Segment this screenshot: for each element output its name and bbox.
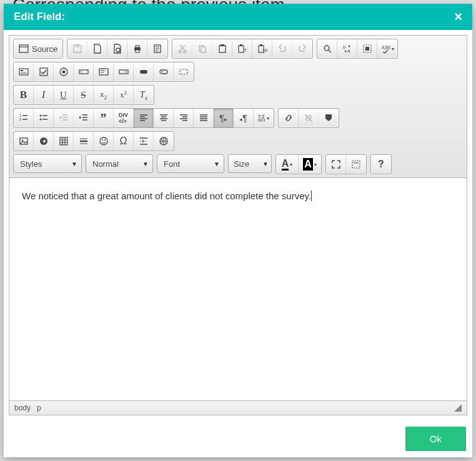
- new-page-button[interactable]: [87, 39, 107, 58]
- page-break-button[interactable]: [134, 132, 154, 151]
- about-button[interactable]: ?: [371, 155, 391, 174]
- print-button[interactable]: [127, 39, 147, 58]
- checkbox-icon: [39, 67, 49, 77]
- numbered-list-button[interactable]: 12: [14, 109, 34, 127]
- resize-handle[interactable]: [454, 404, 462, 412]
- content-text: We noticed that a great amount of client…: [22, 191, 311, 201]
- paste-button[interactable]: [212, 39, 232, 58]
- italic-icon: I: [42, 89, 46, 101]
- create-div-button[interactable]: DIV</>: [114, 109, 134, 127]
- show-blocks-button[interactable]: [346, 155, 366, 174]
- ok-button[interactable]: Ok: [405, 427, 466, 451]
- svg-rect-50: [352, 161, 360, 168]
- svg-point-41: [39, 119, 41, 121]
- format-dropdown[interactable]: Normal ▼: [86, 154, 153, 173]
- flash-button[interactable]: [34, 132, 54, 151]
- bold-button[interactable]: B: [14, 86, 34, 104]
- caret-icon: ▼: [214, 161, 220, 167]
- underline-button[interactable]: U: [54, 86, 74, 104]
- editor-content[interactable]: We noticed that a great amount of client…: [9, 178, 467, 400]
- find-button[interactable]: [317, 39, 337, 58]
- checkbox-button[interactable]: [34, 62, 54, 81]
- image-button-button[interactable]: [154, 62, 174, 81]
- svg-point-19: [324, 46, 329, 51]
- align-justify-icon: [199, 113, 209, 123]
- textfield-button[interactable]: [74, 62, 94, 81]
- templates-button[interactable]: [147, 39, 167, 58]
- font-label: Font: [164, 159, 180, 169]
- paste-word-icon: W: [257, 44, 267, 54]
- link-button[interactable]: [279, 109, 299, 127]
- redo-icon: [297, 44, 307, 54]
- spellcheck-button[interactable]: ABC▾: [377, 39, 397, 58]
- preview-button[interactable]: [107, 39, 127, 58]
- select-all-icon: [362, 44, 372, 54]
- hidden-field-button[interactable]: [174, 62, 194, 81]
- rtl-button[interactable]: ◂¶: [234, 109, 254, 127]
- remove-format-button[interactable]: Tx: [134, 86, 154, 104]
- templates-icon: [152, 44, 162, 54]
- align-center-button[interactable]: [154, 109, 174, 127]
- size-dropdown[interactable]: Size ▼: [228, 154, 272, 173]
- indent-button[interactable]: [74, 109, 94, 127]
- blockquote-button[interactable]: ”: [94, 109, 114, 127]
- svg-rect-31: [79, 70, 88, 74]
- paste-text-button[interactable]: T: [232, 39, 252, 58]
- svg-rect-17: [260, 44, 262, 46]
- hr-button[interactable]: [74, 132, 94, 151]
- replace-button[interactable]: ba: [337, 39, 357, 58]
- table-button[interactable]: [54, 132, 74, 151]
- styles-label: Styles: [20, 159, 42, 169]
- outdent-icon: [59, 113, 69, 123]
- align-justify-button[interactable]: [194, 109, 214, 127]
- paste-word-button[interactable]: W: [252, 39, 272, 58]
- svg-rect-5: [136, 50, 139, 52]
- maximize-button[interactable]: [326, 155, 346, 174]
- italic-button[interactable]: I: [34, 86, 54, 104]
- svg-rect-37: [180, 69, 187, 74]
- iframe-button[interactable]: [154, 132, 174, 151]
- button-control-button[interactable]: [134, 62, 154, 81]
- svg-text:ABC: ABC: [381, 44, 391, 51]
- subscript-button[interactable]: x2: [94, 86, 114, 104]
- bullet-list-button[interactable]: [34, 109, 54, 127]
- bold-icon: B: [20, 89, 27, 101]
- align-left-button[interactable]: [134, 109, 154, 127]
- image-button[interactable]: [14, 132, 34, 151]
- svg-rect-27: [21, 72, 27, 74]
- radio-button[interactable]: [54, 62, 74, 81]
- text-cursor: [311, 191, 312, 201]
- close-icon[interactable]: ×: [454, 10, 462, 24]
- svg-point-8: [184, 51, 186, 53]
- bg-color-button[interactable]: A▾: [299, 155, 321, 174]
- format-label: Normal: [92, 159, 119, 169]
- superscript-icon: x2: [120, 89, 127, 100]
- ltr-button[interactable]: ¶▸: [214, 109, 234, 127]
- iframe-icon: [159, 136, 169, 146]
- textarea-button[interactable]: [94, 62, 114, 81]
- path-body[interactable]: body: [14, 404, 31, 412]
- blockquote-icon: ”: [101, 111, 107, 126]
- font-dropdown[interactable]: Font ▼: [157, 154, 224, 173]
- smiley-button[interactable]: [94, 132, 114, 151]
- save-icon: [72, 44, 82, 54]
- strike-button[interactable]: S: [74, 86, 94, 104]
- source-button[interactable]: Source: [14, 39, 62, 58]
- align-right-button[interactable]: [174, 109, 194, 127]
- special-char-button[interactable]: Ω: [114, 132, 134, 151]
- path-p[interactable]: p: [37, 404, 41, 412]
- backdrop: Corresponding to the previous item Edit …: [0, 0, 476, 461]
- hidden-field-icon: [179, 67, 189, 77]
- superscript-button[interactable]: x2: [114, 86, 134, 104]
- anchor-button[interactable]: [319, 109, 339, 127]
- svg-rect-35: [160, 70, 167, 74]
- form-button[interactable]: [14, 62, 34, 81]
- select-all-button[interactable]: [357, 39, 377, 58]
- language-button[interactable]: 話▾: [254, 109, 274, 127]
- text-color-button[interactable]: A▾: [276, 155, 299, 174]
- svg-rect-14: [240, 44, 242, 46]
- underline-icon: U: [60, 90, 67, 101]
- styles-dropdown[interactable]: Styles ▼: [13, 154, 82, 173]
- select-button[interactable]: [114, 62, 134, 81]
- maximize-icon: [331, 159, 341, 169]
